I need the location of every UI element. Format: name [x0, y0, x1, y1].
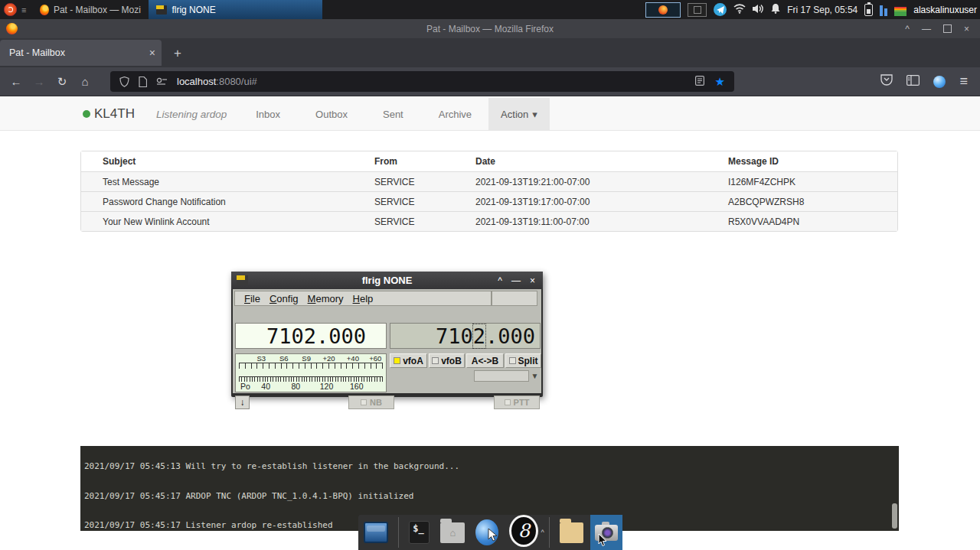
- home-glyph: ⌂: [450, 527, 456, 539]
- remote-desktop-globe-icon[interactable]: [475, 519, 498, 545]
- wifi-icon[interactable]: [733, 4, 746, 16]
- nav-outbox[interactable]: Outbox: [309, 109, 354, 120]
- back-button[interactable]: ←: [5, 75, 28, 88]
- bookmark-star-icon[interactable]: ★: [715, 75, 725, 89]
- page-info-icon[interactable]: [139, 76, 147, 87]
- url-text[interactable]: localhost:8080/ui#: [177, 76, 257, 87]
- battery-icon[interactable]: [864, 4, 873, 16]
- s-meter-panel: S3 S6 S9 +20 +40 +60 Po 40 80 120 160: [235, 353, 387, 392]
- cell-subject: Test Message: [81, 177, 374, 187]
- cpu-monitor-icon[interactable]: [880, 4, 887, 16]
- selected-digit: 2: [473, 324, 485, 348]
- terminal-launcher-icon[interactable]: $_: [409, 521, 430, 544]
- clock[interactable]: Fri 17 Sep, 05:54: [787, 5, 858, 15]
- cell-from: SERVICE: [374, 177, 475, 187]
- pocket-icon[interactable]: [880, 74, 893, 89]
- vfoB-led: [432, 357, 439, 364]
- url-host: localhost: [177, 76, 216, 87]
- reload-button[interactable]: ↻: [51, 75, 74, 89]
- power-tick-label: 160: [350, 382, 364, 391]
- taskbar-window-flrig[interactable]: flrig NONE: [149, 0, 322, 19]
- menu-file[interactable]: File: [244, 293, 260, 304]
- firefox-menu-icon[interactable]: ≡: [959, 73, 968, 89]
- taskbar-window-firefox[interactable]: Pat - Mailbox — Mozilla ...: [32, 0, 149, 19]
- ptt-led: [505, 399, 511, 405]
- load-graph-icon[interactable]: [894, 4, 906, 16]
- vfo-b-frequency-display[interactable]: 7102.000: [390, 323, 541, 349]
- combo-dropdown-icon[interactable]: ▼: [529, 370, 541, 382]
- url-bar[interactable]: localhost:8080/ui# ★: [110, 71, 734, 92]
- flrig-window[interactable]: flrig NONE ^ — × File Config Memory Help…: [231, 272, 543, 397]
- reader-mode-icon[interactable]: [695, 75, 704, 89]
- nav-sent[interactable]: Sent: [377, 109, 410, 120]
- sidebar-toggle-icon[interactable]: [906, 75, 920, 89]
- swap-ab-button[interactable]: A<->B: [466, 353, 504, 368]
- workspace-1-pager[interactable]: [645, 2, 681, 18]
- menu-memory[interactable]: Memory: [308, 293, 344, 304]
- flrig-close-button[interactable]: ×: [530, 275, 535, 286]
- collapse-button[interactable]: ↓: [235, 395, 250, 409]
- panel-menu-icon[interactable]: ≡: [21, 5, 26, 15]
- smeter-tick-label: S6: [279, 354, 289, 363]
- memory-combo-box[interactable]: [474, 370, 529, 382]
- action-dropdown[interactable]: Action ▾: [488, 98, 550, 131]
- power-tick-label: Po: [240, 382, 250, 391]
- vfoA-button[interactable]: vfoA: [390, 353, 427, 368]
- window-button-label: Pat - Mailbox — Mozilla ...: [54, 5, 142, 15]
- flrig-body: File Config Memory Help 7102.000 7102.00…: [233, 289, 541, 393]
- file-manager-icon[interactable]: ⌂: [440, 522, 465, 543]
- action-label: Action: [501, 109, 528, 120]
- new-tab-button[interactable]: +: [174, 46, 181, 61]
- col-message-id: Message ID: [728, 156, 897, 167]
- applications-menu-icon[interactable]: [4, 3, 17, 16]
- site-permissions-icon[interactable]: [156, 77, 168, 86]
- flrig-titlebar[interactable]: flrig NONE ^ — ×: [231, 272, 543, 289]
- terminal-scrollbar-thumb[interactable]: [892, 503, 897, 529]
- dock-expand-caret[interactable]: ^: [541, 529, 544, 536]
- workspace-2-pager[interactable]: [688, 3, 707, 17]
- firefox-window-title: Pat - Mailbox — Mozilla Firefox: [0, 24, 980, 34]
- smeter-tick-label: +60: [369, 354, 381, 363]
- dock-separator: [398, 517, 399, 548]
- flrig-window-title: flrig NONE: [231, 275, 543, 286]
- display-settings-icon[interactable]: [364, 522, 388, 543]
- eight-ball-app-icon[interactable]: 8: [509, 515, 538, 547]
- volume-icon[interactable]: [753, 4, 764, 16]
- forward-button[interactable]: →: [28, 75, 51, 88]
- extension-globe-icon[interactable]: [933, 76, 946, 88]
- table-row[interactable]: Test Message SERVICE 2021-09-13T19:21:00…: [81, 171, 897, 191]
- home-button[interactable]: ⌂: [74, 75, 96, 88]
- ptt-button[interactable]: PTT: [494, 395, 540, 409]
- pat-callsign[interactable]: KL4TH: [83, 106, 135, 122]
- session-username[interactable]: alaskalinuxuser: [913, 5, 977, 15]
- nav-archive[interactable]: Archive: [433, 109, 478, 120]
- window-shade-button[interactable]: ^: [905, 24, 910, 34]
- table-row[interactable]: Password Change Notification SERVICE 202…: [81, 191, 897, 211]
- window-button-label: flrig NONE: [172, 5, 215, 15]
- workspace-window-thumb: [694, 6, 701, 14]
- tab-close-icon[interactable]: ×: [149, 47, 155, 59]
- flrig-minimize-button[interactable]: —: [511, 275, 521, 286]
- cell-subject: Password Change Notification: [81, 197, 374, 207]
- vfo-a-frequency-display[interactable]: 7102.000: [235, 323, 387, 349]
- dock: $_ ⌂ 8 ^: [358, 515, 622, 550]
- folder-icon[interactable]: [560, 522, 584, 543]
- menu-config[interactable]: Config: [270, 293, 299, 304]
- telegram-tray-icon[interactable]: [714, 3, 727, 16]
- flrig-shade-button[interactable]: ^: [498, 275, 502, 286]
- window-maximize-button[interactable]: [943, 24, 952, 33]
- nb-button[interactable]: NB: [348, 395, 394, 409]
- split-button[interactable]: Split: [505, 353, 541, 368]
- window-minimize-button[interactable]: —: [922, 24, 931, 34]
- nav-inbox[interactable]: Inbox: [250, 109, 286, 120]
- connected-status-dot: [83, 110, 90, 118]
- window-close-button[interactable]: ×: [964, 24, 969, 34]
- tracking-shield-icon[interactable]: [119, 76, 129, 87]
- menubar-status-box: [492, 291, 537, 306]
- vfoB-button[interactable]: vfoB: [429, 353, 465, 368]
- notification-bell-icon[interactable]: [771, 4, 780, 16]
- table-row[interactable]: Your New Winlink Account SERVICE 2021-09…: [81, 211, 897, 231]
- cell-date: 2021-09-13T19:21:00-07:00: [475, 177, 728, 187]
- menu-help[interactable]: Help: [353, 293, 374, 304]
- tab-pat-mailbox[interactable]: Pat - Mailbox ×: [0, 40, 162, 66]
